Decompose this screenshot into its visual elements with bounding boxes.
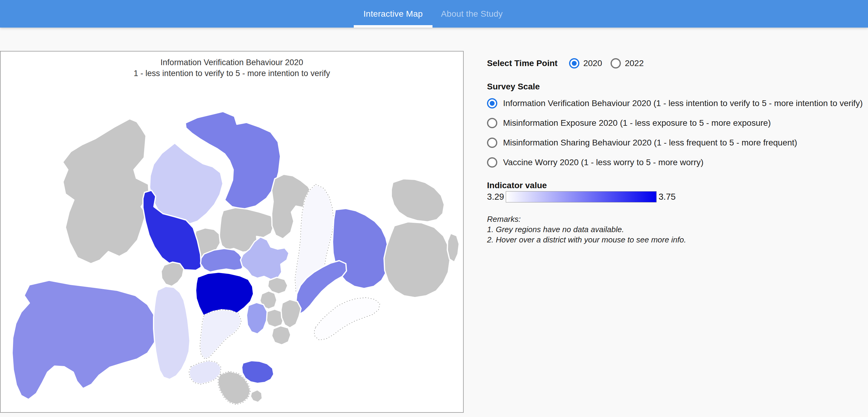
radio-label: 2022 <box>625 59 644 68</box>
radio-icon[interactable] <box>569 58 579 68</box>
tab-interactive-map[interactable]: Interactive Map <box>354 0 433 28</box>
survey-scale-options: Information Verification Behaviour 2020 … <box>487 93 863 172</box>
district-lim-chu-kang[interactable] <box>63 119 149 264</box>
time-point-label: Select Time Point <box>487 59 558 68</box>
district-tiong-bahru[interactable] <box>247 302 267 334</box>
survey-scale-option[interactable]: Information Verification Behaviour 2020 … <box>487 93 863 113</box>
app-header: Interactive MapAbout the Study <box>0 0 868 28</box>
remarks: Remarks: 1. Grey regions have no data av… <box>487 214 686 245</box>
survey-scale-option[interactable]: Vaccine Worry 2020 (1 - less worry to 5 … <box>487 152 863 172</box>
district-pulau-ubin[interactable] <box>391 179 444 222</box>
district-bukit-batok[interactable] <box>161 262 184 287</box>
active-tab-underline <box>354 25 433 28</box>
radio-icon[interactable] <box>611 58 621 68</box>
tab-bar: Interactive MapAbout the Study <box>354 0 511 28</box>
time-point-options: 20202022 <box>569 58 652 68</box>
remark-line: 1. Grey regions have no data available. <box>487 224 686 235</box>
time-point-option[interactable]: 2020 <box>569 58 602 68</box>
tab-label: About the Study <box>441 9 503 19</box>
remarks-title: Remarks: <box>487 214 686 224</box>
radio-icon[interactable] <box>487 138 497 148</box>
district-city-grey-3[interactable] <box>272 326 291 345</box>
radio-label: Information Verification Behaviour 2020 … <box>503 98 863 108</box>
district-changi[interactable] <box>384 222 450 298</box>
time-point-option[interactable]: 2022 <box>611 58 644 68</box>
district-southern-islet[interactable] <box>250 390 262 403</box>
district-tanglin[interactable] <box>200 310 241 359</box>
radio-icon[interactable] <box>487 157 497 168</box>
indicator-max: 3.75 <box>658 192 675 202</box>
radio-icon[interactable] <box>487 98 497 109</box>
survey-scale-label: Survey Scale <box>487 82 540 91</box>
radio-label: Vaccine Worry 2020 (1 - less worry to 5 … <box>503 157 704 167</box>
time-point-row: Select Time Point 20202022 <box>487 58 652 68</box>
radio-label: Misinformation Sharing Behaviour 2020 (1… <box>503 138 797 148</box>
map-panel: Information Verification Behaviour 2020 … <box>0 51 464 413</box>
survey-scale-option[interactable]: Misinformation Sharing Behaviour 2020 (1… <box>487 133 863 152</box>
survey-scale-option[interactable]: Misinformation Exposure 2020 (1 - less e… <box>487 113 863 133</box>
radio-label: Misinformation Exposure 2020 (1 - less e… <box>503 118 771 128</box>
district-geylang[interactable] <box>314 298 380 340</box>
district-western-region[interactable] <box>12 280 157 399</box>
tab-label: Interactive Map <box>364 9 423 19</box>
district-sentosa[interactable] <box>242 361 274 383</box>
district-city-grey-4[interactable] <box>281 299 301 328</box>
tab-about-the-study[interactable]: About the Study <box>433 0 511 28</box>
indicator-gradient-bar <box>506 191 657 203</box>
indicator-min: 3.29 <box>487 192 504 202</box>
district-clementi[interactable] <box>154 287 190 380</box>
choropleth-map[interactable] <box>1 52 463 412</box>
radio-icon[interactable] <box>487 118 497 128</box>
district-changi-tip[interactable] <box>447 233 459 262</box>
indicator-value-label: Indicator value <box>487 181 547 190</box>
radio-label: 2020 <box>583 59 602 68</box>
district-telok-blangah[interactable] <box>189 361 221 384</box>
remark-line: 2. Hover over a district with your mouse… <box>487 235 686 245</box>
indicator-legend: 3.29 3.75 <box>487 191 676 203</box>
